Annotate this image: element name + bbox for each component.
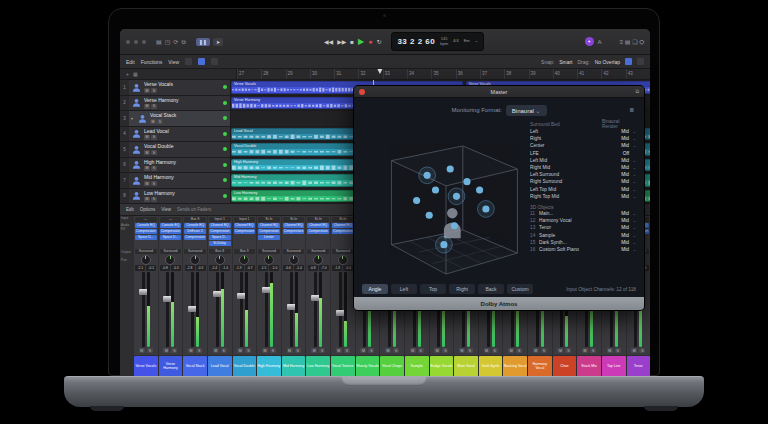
stepper-icon[interactable]: ⌄ (629, 136, 636, 141)
channel-strip[interactable]: Bus 8Console EQDeEsser 2CompressionSurro… (183, 216, 207, 355)
plugin-slot[interactable]: Space D... (160, 235, 182, 240)
mixer-menu-options[interactable]: Options (140, 207, 156, 212)
ruler-tick[interactable]: 37 (480, 69, 504, 79)
tuner-icon[interactable]: A (598, 37, 602, 47)
channel-label[interactable]: Choir (553, 356, 577, 376)
solo-button[interactable]: S (171, 348, 177, 353)
channel-label[interactable]: Mid Harmony (282, 356, 306, 376)
channel-label[interactable]: Bridge Vocals (430, 356, 454, 376)
stepper-icon[interactable]: ⌄ (629, 187, 636, 192)
output-slot[interactable]: Bus 8 (209, 249, 231, 254)
audio-object-dot[interactable] (440, 241, 447, 248)
ruler-tick[interactable]: 31 (334, 69, 358, 79)
tool-icon-active[interactable] (198, 58, 205, 65)
plugin-slot[interactable]: Compression (160, 229, 182, 234)
zoom-tool-icon[interactable] (625, 58, 632, 65)
channel-label[interactable]: Harmony Vocal (528, 356, 552, 376)
mute-button[interactable]: M (434, 348, 440, 353)
plugin-slot[interactable]: Space D... (135, 235, 157, 240)
pan-knob[interactable] (215, 255, 225, 265)
ruler-tick[interactable]: 28 (261, 69, 285, 79)
pan-knob[interactable] (338, 255, 348, 265)
bed-render-value[interactable]: Mid (621, 158, 629, 163)
plugin-slot[interactable]: Console EQ (135, 223, 157, 228)
ruler-tick[interactable]: 38 (504, 69, 528, 79)
expand-icon[interactable]: ⧉ (635, 88, 639, 95)
audio-object-dot[interactable] (432, 186, 439, 193)
mute-button[interactable]: M (311, 348, 317, 353)
solo-button[interactable]: S (196, 348, 202, 353)
stepper-icon[interactable]: ⌄ (629, 240, 636, 245)
add-track-icon[interactable]: + (126, 71, 129, 77)
fader-track[interactable] (166, 272, 169, 347)
track-header-lead-vocal[interactable]: 4Lead VocalMS (120, 127, 231, 142)
plugin-slot[interactable]: Channel EQ (209, 223, 231, 228)
pause-tool-button[interactable]: ❚❚ (196, 38, 210, 46)
fader-track[interactable] (290, 272, 293, 347)
bed-render-value[interactable]: Mid (621, 165, 629, 170)
solo-button[interactable]: S (516, 348, 522, 353)
channel-label[interactable]: Vocal Double (233, 356, 257, 376)
solo-button[interactable]: S (442, 348, 448, 353)
mixer-menu-edit[interactable]: Edit (126, 207, 134, 212)
stepper-icon[interactable]: ⌄ (629, 247, 636, 252)
audio-object-dot[interactable] (476, 186, 483, 193)
output-slot[interactable]: Bus 9 (234, 249, 256, 254)
fader-track[interactable] (314, 272, 317, 347)
input-slot[interactable]: St-In (332, 217, 354, 222)
channel-label[interactable]: High Harmony (257, 356, 281, 376)
ruler-tick[interactable]: 35 (431, 69, 455, 79)
mixer-menu-view[interactable]: View (161, 207, 171, 212)
solo-button[interactable]: S (418, 348, 424, 353)
menu-view[interactable]: View (168, 59, 179, 65)
audio-object-dot[interactable] (463, 178, 470, 185)
channel-label[interactable]: Stack Mix (577, 356, 601, 376)
fader-track[interactable] (240, 272, 243, 347)
toolbar-icon[interactable]: ⧉ (181, 37, 185, 47)
audio-object-dot[interactable] (424, 172, 431, 179)
plugin-slot[interactable]: Compression (184, 235, 206, 240)
toolbar-icon[interactable]: ⟳ (173, 37, 178, 47)
toolbar-icon[interactable]: ▤ (156, 37, 162, 47)
channel-label[interactable]: Verse Harmony (159, 356, 183, 376)
solo-button[interactable]: S (245, 348, 251, 353)
output-slot[interactable]: Surround (135, 249, 157, 254)
stepper-icon[interactable]: ⌄ (629, 218, 636, 223)
solo-button[interactable]: S (147, 348, 153, 353)
mute-button[interactable]: M (144, 181, 150, 186)
drag-value[interactable]: No Overlap (595, 59, 620, 65)
solo-button[interactable]: S (270, 348, 276, 353)
ruler-tick[interactable]: 39 (529, 69, 553, 79)
rewind-icon[interactable]: ◀◀ (324, 38, 333, 45)
audio-object-dot[interactable] (453, 193, 460, 200)
solo-button[interactable]: S (467, 348, 473, 353)
ruler-tick[interactable]: 36 (456, 69, 480, 79)
track-header-high-harmony[interactable]: 6High HarmonyMS (120, 158, 231, 173)
input-slot[interactable]: Input 1 (209, 217, 231, 222)
stepper-icon[interactable]: ⌄ (629, 172, 636, 177)
stack-caret-icon[interactable]: ▾ (131, 116, 135, 121)
track-header-vocal-double[interactable]: 5Vocal DoubleMS (120, 142, 231, 157)
ruler-tick[interactable]: 30 (310, 69, 334, 79)
forward-icon[interactable]: ▶▶ (337, 38, 346, 45)
mute-button[interactable]: M (150, 119, 156, 124)
pan-knob[interactable] (190, 255, 200, 265)
plugin-slot[interactable]: Channel EQ (258, 223, 280, 228)
plugin-slot[interactable]: Compression (258, 229, 280, 234)
bed-render-value[interactable]: Mid (621, 179, 629, 184)
channel-label[interactable]: Vocal Stack (183, 356, 207, 376)
channel-label[interactable]: Lead Vocal (208, 356, 232, 376)
mute-button[interactable]: M (144, 135, 150, 140)
pan-knob[interactable] (239, 255, 249, 265)
input-slot[interactable]: — (160, 217, 182, 222)
mute-button[interactable]: M (139, 348, 145, 353)
solo-button[interactable]: S (221, 348, 227, 353)
fader-track[interactable] (191, 272, 194, 347)
view-button-custom[interactable]: Custom (507, 284, 533, 294)
pan-knob[interactable] (141, 255, 151, 265)
plugin-slot[interactable]: Channel EQ (332, 223, 354, 228)
plugin-slot[interactable]: Compression (283, 229, 305, 234)
solo-button[interactable]: S (151, 104, 157, 109)
bed-render-value[interactable]: Mid (621, 187, 629, 192)
view-button-back[interactable]: Back (478, 284, 504, 294)
